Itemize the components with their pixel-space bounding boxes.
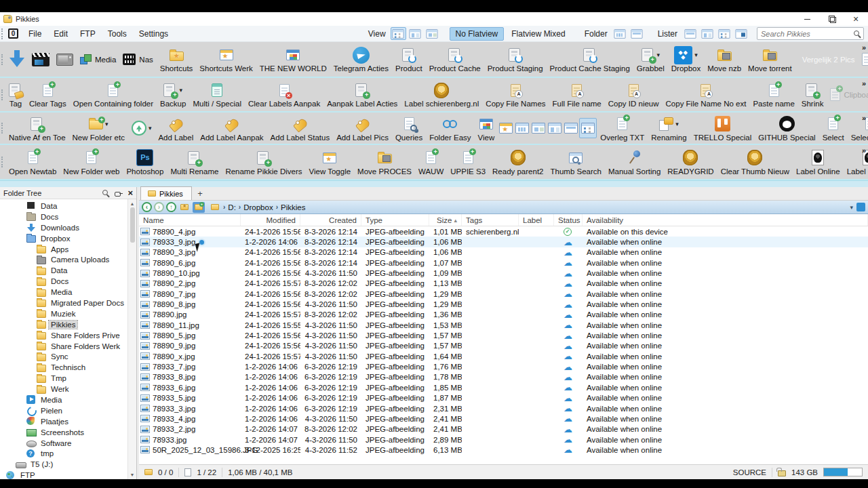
tree-item-sync[interactable]: Sync <box>0 351 127 362</box>
tb-nas[interactable]: Nas <box>119 49 156 70</box>
column-header-availability[interactable]: Availability <box>583 214 868 226</box>
tree-item-share-folders-prive[interactable]: Share Folders Prive <box>0 330 127 341</box>
tb-aanpak-label-acties[interactable]: Aanpak Label Acties <box>323 80 401 109</box>
tree-item-media[interactable]: Media <box>0 287 127 298</box>
tb-label-schierenberg-nl[interactable]: Label schierenberg.nl <box>401 80 482 109</box>
tree-scrollbar[interactable]: ▲ ▼ <box>127 199 136 479</box>
tb-trello-special[interactable]: TRELLO Special <box>690 114 755 143</box>
tree-item-pikkies[interactable]: Pikkies <box>0 319 127 330</box>
file-row-78933-4-jpg[interactable]: 78933_4.jpg1-2-2026 14:064-3-2026 11:50J… <box>139 413 868 424</box>
search-icon[interactable] <box>853 30 861 38</box>
toolbar-overflow-chevron-icon[interactable] <box>862 79 866 87</box>
column-header-type[interactable]: Type <box>361 214 429 226</box>
tb-download-arrow[interactable] <box>5 49 28 70</box>
tree-item-software[interactable]: Software <box>0 438 127 449</box>
tb-github-special[interactable]: GITHUB Special <box>755 114 818 143</box>
tree-item-tmp[interactable]: tmp <box>0 448 127 459</box>
up-button[interactable]: ↑ <box>166 202 176 212</box>
tree-item-technisch[interactable]: Technisch <box>0 362 127 373</box>
tb-move-nzb[interactable]: Move nzb <box>704 45 745 74</box>
column-header-created[interactable]: Created <box>300 214 361 226</box>
dropdown-arrow-icon[interactable] <box>675 121 679 127</box>
tree-close-icon[interactable] <box>127 190 133 197</box>
dropdown-arrow-icon[interactable] <box>694 52 698 58</box>
scroll-thumb[interactable] <box>130 207 135 243</box>
tb-overleg-txt[interactable]: Overleg TXT <box>597 114 648 143</box>
new-tab-button[interactable]: + <box>192 186 208 200</box>
tb-clear-tags[interactable]: Clear Tags <box>26 80 70 109</box>
toolbar-overflow-chevron-icon[interactable] <box>862 43 866 52</box>
tree-item-t5-j[interactable]: T5 (J:) <box>0 459 127 470</box>
tab-pikkies[interactable]: Pikkies <box>140 186 192 200</box>
tb-readygrid[interactable]: READYGRID <box>664 148 717 177</box>
tree-item-media[interactable]: Media <box>0 394 127 405</box>
tb-paste-name[interactable]: Paste name <box>749 80 797 109</box>
tb-move-torrent[interactable]: Move torrent <box>745 45 795 74</box>
file-row-50r-2025-12-03-15986-jpg[interactable]: 50R_2025_12_03_15986.JPG3-12-2025 16:254… <box>139 445 868 455</box>
tb-telegram-acties[interactable]: Telegram Acties <box>330 45 392 74</box>
tb-new-folder-etc[interactable]: New Folder etc <box>69 114 128 143</box>
search-input[interactable] <box>757 30 853 38</box>
overflow-count-badge[interactable]: 0 <box>8 28 18 39</box>
file-row-78890-5-jpg[interactable]: 78890_5.jpg24-1-2026 15:564-3-2026 11:50… <box>139 330 868 340</box>
file-row-78933-7-jpg[interactable]: 78933_7.jpg1-2-2026 14:066-3-2026 12:19J… <box>139 361 868 371</box>
dropdown-arrow-icon[interactable] <box>149 125 152 131</box>
file-row-78890-jpg[interactable]: 78890.jpg24-1-2026 15:578-3-2026 12:02JP… <box>139 310 868 320</box>
tree-item-dropbox[interactable]: Dropbox <box>0 233 127 244</box>
restore-button[interactable] <box>819 12 844 26</box>
tree-item-docs[interactable]: Docs <box>0 211 127 222</box>
tree-item-camera-uploads[interactable]: Camera Uploads <box>0 254 127 265</box>
toolbar-grip[interactable] <box>1 54 3 65</box>
column-header-size[interactable]: Size▴ <box>429 214 462 226</box>
breadcrumb-dropbox[interactable]: Dropbox <box>243 203 273 211</box>
tb-copy-file-name-no-ext[interactable]: Copy File Name No ext <box>663 80 750 109</box>
tree-item-apps[interactable]: Apps <box>0 244 127 255</box>
tree-item-data[interactable]: Data <box>0 265 127 276</box>
file-row-78933-3-jpg[interactable]: 78933_3.jpg1-2-2026 14:066-3-2026 12:19J… <box>139 403 868 413</box>
tree-item-pielen[interactable]: Pielen <box>0 405 127 416</box>
close-button[interactable] <box>844 12 868 26</box>
tb-copy-file-names[interactable]: Copy File Names <box>482 80 549 109</box>
file-row-78933-jpg[interactable]: 78933.jpg1-2-2026 14:074-3-2026 11:50JPE… <box>139 434 868 445</box>
window-detail-button[interactable] <box>699 27 715 40</box>
file-row-78890-8-jpg[interactable]: 78890_8.jpg24-1-2026 15:564-3-2026 11:50… <box>139 299 868 309</box>
breadcrumb-d[interactable]: D: <box>227 203 237 211</box>
toolbar-grip[interactable] <box>1 157 3 167</box>
tb-vergelijk-2-pics[interactable]: Vergelijk 2 Pics <box>795 49 859 70</box>
tree-item-data[interactable]: Data <box>0 201 127 211</box>
tree-pin-icon[interactable] <box>115 189 123 197</box>
tb-renaming[interactable]: Renaming <box>648 114 690 143</box>
tb-delete[interactable]: Delete <box>859 49 868 70</box>
column-header-status[interactable]: Status <box>554 214 583 226</box>
window-detail-button[interactable] <box>408 27 423 40</box>
tb-clear-thumb-nieuw[interactable]: Clear Thumb Nieuw <box>717 148 793 177</box>
window-grid-button[interactable] <box>612 27 628 40</box>
tb-select[interactable]: Select <box>819 114 848 143</box>
tb-window-grid[interactable] <box>514 119 530 138</box>
file-row-78890-2-jpg[interactable]: 78890_2.jpg24-1-2026 15:578-3-2026 12:02… <box>139 279 868 289</box>
tree-item-docs[interactable]: Docs <box>0 276 127 287</box>
tb-product-staging[interactable]: Product Staging <box>484 45 547 74</box>
tb-product-cache-staging[interactable]: Product Cache Staging <box>547 45 633 74</box>
tree-item-ftp[interactable]: FTP <box>0 470 127 479</box>
window-list-button[interactable] <box>391 27 406 40</box>
tb-tag[interactable]: Tag <box>5 80 26 109</box>
back-button[interactable]: ‹ <box>142 202 152 212</box>
forward-button[interactable]: › <box>154 202 164 212</box>
tb-open-containing-folder[interactable]: Open Containing folder <box>70 80 157 109</box>
column-header-label[interactable]: Label <box>519 214 554 226</box>
file-row-78890-6-jpg[interactable]: 78890_6.jpg24-1-2026 15:568-3-2026 12:14… <box>139 258 868 268</box>
breadcrumb-dropdown-icon[interactable] <box>850 204 853 211</box>
file-row-78890-11-jpg[interactable]: 78890_11.jpg24-1-2026 15:554-3-2026 11:5… <box>139 320 868 330</box>
no-flatview-toggle[interactable]: No Flatview <box>450 27 505 41</box>
tb-uppie-s3[interactable]: UPPIE S3 <box>447 148 489 177</box>
file-row-78933-9-jpg[interactable]: 78933_9.jpg1-2-2026 14:068-3-2026 12:14J… <box>139 237 868 247</box>
scroll-down-icon[interactable]: ▼ <box>130 472 135 477</box>
tb-copy-id-nieuw[interactable]: Copy ID nieuw <box>605 80 663 109</box>
dropdown-arrow-icon[interactable] <box>105 121 108 127</box>
tb-window-detail[interactable] <box>547 119 563 138</box>
tb-full-file-name[interactable]: Full File name <box>549 80 605 109</box>
favorite-folder-button[interactable] <box>178 202 191 213</box>
file-row-78890-10-jpg[interactable]: 78890_10.jpg24-1-2026 15:564-3-2026 11:5… <box>139 268 868 278</box>
menu-settings[interactable]: Settings <box>133 26 174 41</box>
